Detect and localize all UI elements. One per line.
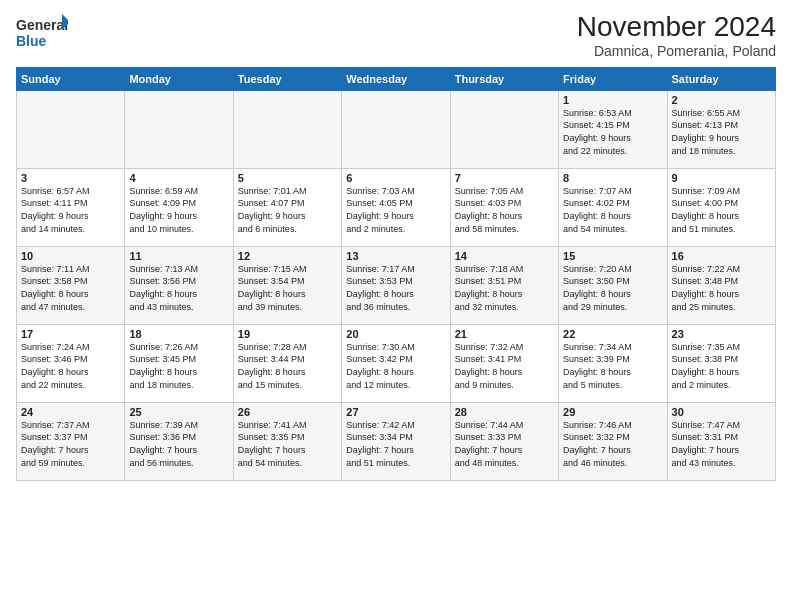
calendar-cell: 16Sunrise: 7:22 AM Sunset: 3:48 PM Dayli… <box>667 246 775 324</box>
day-info: Sunrise: 7:37 AM Sunset: 3:37 PM Dayligh… <box>21 419 120 469</box>
day-number: 26 <box>238 406 337 418</box>
day-number: 7 <box>455 172 554 184</box>
calendar-cell: 17Sunrise: 7:24 AM Sunset: 3:46 PM Dayli… <box>17 324 125 402</box>
calendar-title: November 2024 <box>577 12 776 43</box>
calendar-cell: 30Sunrise: 7:47 AM Sunset: 3:31 PM Dayli… <box>667 402 775 480</box>
day-info: Sunrise: 7:11 AM Sunset: 3:58 PM Dayligh… <box>21 263 120 313</box>
day-number: 2 <box>672 94 771 106</box>
day-number: 6 <box>346 172 445 184</box>
day-number: 29 <box>563 406 662 418</box>
day-info: Sunrise: 7:44 AM Sunset: 3:33 PM Dayligh… <box>455 419 554 469</box>
weekday-header-wednesday: Wednesday <box>342 67 450 90</box>
day-info: Sunrise: 7:28 AM Sunset: 3:44 PM Dayligh… <box>238 341 337 391</box>
day-info: Sunrise: 7:30 AM Sunset: 3:42 PM Dayligh… <box>346 341 445 391</box>
day-info: Sunrise: 7:09 AM Sunset: 4:00 PM Dayligh… <box>672 185 771 235</box>
day-number: 21 <box>455 328 554 340</box>
day-info: Sunrise: 7:17 AM Sunset: 3:53 PM Dayligh… <box>346 263 445 313</box>
calendar-cell: 19Sunrise: 7:28 AM Sunset: 3:44 PM Dayli… <box>233 324 341 402</box>
calendar-cell: 24Sunrise: 7:37 AM Sunset: 3:37 PM Dayli… <box>17 402 125 480</box>
day-number: 25 <box>129 406 228 418</box>
day-info: Sunrise: 7:26 AM Sunset: 3:45 PM Dayligh… <box>129 341 228 391</box>
svg-text:General: General <box>16 17 68 33</box>
week-row-3: 10Sunrise: 7:11 AM Sunset: 3:58 PM Dayli… <box>17 246 776 324</box>
calendar-cell: 14Sunrise: 7:18 AM Sunset: 3:51 PM Dayli… <box>450 246 558 324</box>
day-info: Sunrise: 7:03 AM Sunset: 4:05 PM Dayligh… <box>346 185 445 235</box>
weekday-header-friday: Friday <box>559 67 667 90</box>
day-number: 27 <box>346 406 445 418</box>
day-info: Sunrise: 7:15 AM Sunset: 3:54 PM Dayligh… <box>238 263 337 313</box>
day-number: 1 <box>563 94 662 106</box>
week-row-4: 17Sunrise: 7:24 AM Sunset: 3:46 PM Dayli… <box>17 324 776 402</box>
day-number: 23 <box>672 328 771 340</box>
calendar-cell: 18Sunrise: 7:26 AM Sunset: 3:45 PM Dayli… <box>125 324 233 402</box>
day-info: Sunrise: 7:34 AM Sunset: 3:39 PM Dayligh… <box>563 341 662 391</box>
calendar-cell: 8Sunrise: 7:07 AM Sunset: 4:02 PM Daylig… <box>559 168 667 246</box>
day-number: 17 <box>21 328 120 340</box>
calendar-cell: 1Sunrise: 6:53 AM Sunset: 4:15 PM Daylig… <box>559 90 667 168</box>
logo-svg: General Blue <box>16 12 68 52</box>
day-number: 3 <box>21 172 120 184</box>
calendar-cell: 25Sunrise: 7:39 AM Sunset: 3:36 PM Dayli… <box>125 402 233 480</box>
day-number: 18 <box>129 328 228 340</box>
day-info: Sunrise: 7:41 AM Sunset: 3:35 PM Dayligh… <box>238 419 337 469</box>
calendar-table: SundayMondayTuesdayWednesdayThursdayFrid… <box>16 67 776 481</box>
day-info: Sunrise: 6:57 AM Sunset: 4:11 PM Dayligh… <box>21 185 120 235</box>
svg-text:Blue: Blue <box>16 33 47 49</box>
calendar-cell: 15Sunrise: 7:20 AM Sunset: 3:50 PM Dayli… <box>559 246 667 324</box>
day-number: 13 <box>346 250 445 262</box>
day-number: 9 <box>672 172 771 184</box>
weekday-header-thursday: Thursday <box>450 67 558 90</box>
calendar-subtitle: Damnica, Pomerania, Poland <box>577 43 776 59</box>
calendar-cell: 22Sunrise: 7:34 AM Sunset: 3:39 PM Dayli… <box>559 324 667 402</box>
day-info: Sunrise: 7:13 AM Sunset: 3:56 PM Dayligh… <box>129 263 228 313</box>
header: General Blue November 2024 Damnica, Pome… <box>16 12 776 59</box>
weekday-header-sunday: Sunday <box>17 67 125 90</box>
day-number: 11 <box>129 250 228 262</box>
day-info: Sunrise: 7:24 AM Sunset: 3:46 PM Dayligh… <box>21 341 120 391</box>
day-info: Sunrise: 7:32 AM Sunset: 3:41 PM Dayligh… <box>455 341 554 391</box>
day-info: Sunrise: 7:01 AM Sunset: 4:07 PM Dayligh… <box>238 185 337 235</box>
week-row-2: 3Sunrise: 6:57 AM Sunset: 4:11 PM Daylig… <box>17 168 776 246</box>
calendar-cell: 29Sunrise: 7:46 AM Sunset: 3:32 PM Dayli… <box>559 402 667 480</box>
day-info: Sunrise: 7:05 AM Sunset: 4:03 PM Dayligh… <box>455 185 554 235</box>
calendar-cell: 3Sunrise: 6:57 AM Sunset: 4:11 PM Daylig… <box>17 168 125 246</box>
weekday-header-row: SundayMondayTuesdayWednesdayThursdayFrid… <box>17 67 776 90</box>
calendar-cell: 21Sunrise: 7:32 AM Sunset: 3:41 PM Dayli… <box>450 324 558 402</box>
calendar-cell: 7Sunrise: 7:05 AM Sunset: 4:03 PM Daylig… <box>450 168 558 246</box>
weekday-header-saturday: Saturday <box>667 67 775 90</box>
day-info: Sunrise: 7:46 AM Sunset: 3:32 PM Dayligh… <box>563 419 662 469</box>
day-info: Sunrise: 6:55 AM Sunset: 4:13 PM Dayligh… <box>672 107 771 157</box>
day-number: 14 <box>455 250 554 262</box>
calendar-cell: 11Sunrise: 7:13 AM Sunset: 3:56 PM Dayli… <box>125 246 233 324</box>
calendar-cell <box>342 90 450 168</box>
day-info: Sunrise: 7:22 AM Sunset: 3:48 PM Dayligh… <box>672 263 771 313</box>
day-number: 10 <box>21 250 120 262</box>
day-number: 28 <box>455 406 554 418</box>
day-number: 20 <box>346 328 445 340</box>
calendar-cell: 13Sunrise: 7:17 AM Sunset: 3:53 PM Dayli… <box>342 246 450 324</box>
calendar-cell: 12Sunrise: 7:15 AM Sunset: 3:54 PM Dayli… <box>233 246 341 324</box>
day-info: Sunrise: 7:47 AM Sunset: 3:31 PM Dayligh… <box>672 419 771 469</box>
week-row-1: 1Sunrise: 6:53 AM Sunset: 4:15 PM Daylig… <box>17 90 776 168</box>
day-number: 22 <box>563 328 662 340</box>
day-number: 5 <box>238 172 337 184</box>
day-info: Sunrise: 7:07 AM Sunset: 4:02 PM Dayligh… <box>563 185 662 235</box>
calendar-cell: 23Sunrise: 7:35 AM Sunset: 3:38 PM Dayli… <box>667 324 775 402</box>
calendar-cell <box>17 90 125 168</box>
day-info: Sunrise: 7:20 AM Sunset: 3:50 PM Dayligh… <box>563 263 662 313</box>
calendar-cell: 28Sunrise: 7:44 AM Sunset: 3:33 PM Dayli… <box>450 402 558 480</box>
weekday-header-tuesday: Tuesday <box>233 67 341 90</box>
calendar-cell: 27Sunrise: 7:42 AM Sunset: 3:34 PM Dayli… <box>342 402 450 480</box>
calendar-cell <box>125 90 233 168</box>
calendar-cell: 2Sunrise: 6:55 AM Sunset: 4:13 PM Daylig… <box>667 90 775 168</box>
title-block: November 2024 Damnica, Pomerania, Poland <box>577 12 776 59</box>
week-row-5: 24Sunrise: 7:37 AM Sunset: 3:37 PM Dayli… <box>17 402 776 480</box>
calendar-cell <box>450 90 558 168</box>
day-number: 12 <box>238 250 337 262</box>
day-info: Sunrise: 6:59 AM Sunset: 4:09 PM Dayligh… <box>129 185 228 235</box>
calendar-cell <box>233 90 341 168</box>
calendar-cell: 9Sunrise: 7:09 AM Sunset: 4:00 PM Daylig… <box>667 168 775 246</box>
logo: General Blue <box>16 12 68 52</box>
day-number: 4 <box>129 172 228 184</box>
day-info: Sunrise: 7:39 AM Sunset: 3:36 PM Dayligh… <box>129 419 228 469</box>
